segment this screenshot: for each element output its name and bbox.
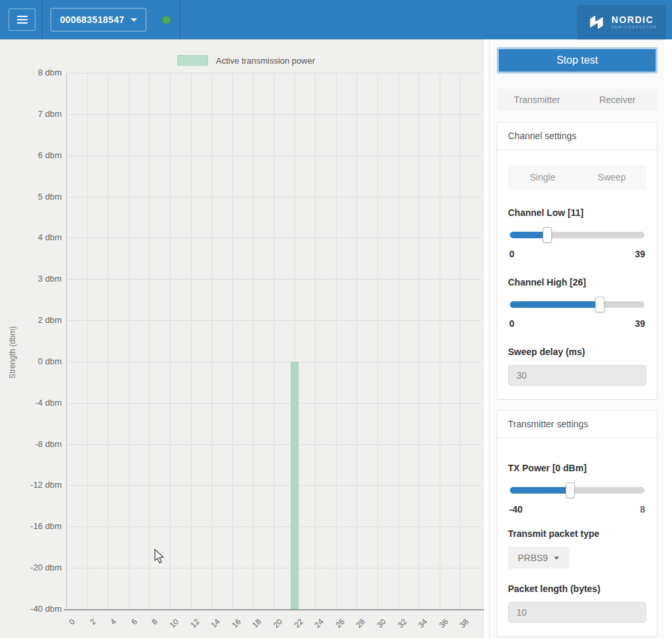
transmission-chart: Active transmission power Strength (dbm)… [0,39,484,638]
packet-length-input[interactable] [508,602,646,623]
y-tick-label: -4 dbm [0,398,62,408]
x-tick-label: 34 [406,617,429,638]
channel-high-range: 0 39 [509,318,645,329]
x-axis-labels: 02468101214161820222426283032343638 [66,612,481,638]
sidebar-outer: Stop test Transmitter Receiver Channel s… [484,39,672,638]
device-status-indicator [162,16,171,24]
gridline [336,73,337,609]
packet-type-dropdown[interactable]: PRBS9 [508,547,569,569]
gridline [419,73,419,609]
x-tick-label: 18 [240,617,263,638]
y-tick-label: -12 dbm [0,480,62,490]
channel-low-label: Channel Low [11] [508,207,646,218]
x-tick-label: 16 [220,617,243,638]
gridline [191,73,192,609]
packet-type-value: PRBS9 [518,553,548,563]
x-tick-label: 2 [75,617,98,638]
x-tick-label: 0 [54,617,77,638]
device-section: 000683518547 [43,0,180,39]
tab-sweep[interactable]: Sweep [578,165,647,189]
x-tick-label: 28 [344,617,367,638]
channel-low-slider[interactable] [510,226,644,244]
sweep-delay-label: Sweep delay (ms) [508,347,646,357]
slider-thumb[interactable] [566,482,575,498]
slider-fill [510,232,547,238]
slider-thumb[interactable] [595,297,604,312]
nordic-logo: NORDIC SEMICONDUCTOR [578,5,665,39]
slider-fill [510,487,570,494]
range-max: 39 [635,318,645,329]
gridline [253,73,253,609]
app-header: 000683518547 NORDIC SEMICONDUCTOR [0,0,672,39]
packet-length-label: Packet length (bytes) [508,584,646,594]
channel-mode-tabs: Single Sweep [508,165,646,189]
mode-tabs: Transmitter Receiver [497,89,658,111]
x-tick-label: 38 [448,617,471,638]
gridline [274,73,274,609]
y-tick-label: 8 dbm [0,68,62,77]
channel-settings-title: Channel settings [497,123,657,150]
range-max: 39 [635,249,645,259]
packet-type-label: Transmit packet type [508,528,646,539]
menu-section [0,0,43,39]
stop-test-button[interactable]: Stop test [497,47,658,74]
x-tick-label: 24 [303,617,326,638]
gridline [440,73,440,609]
device-id: 000683518547 [60,14,124,25]
plot-area [66,73,481,609]
y-tick-label: 6 dbm [0,150,62,160]
range-min: 0 [509,249,514,259]
y-tick-label: -16 dbm [0,521,62,531]
x-tick-label: 6 [116,617,139,638]
tx-power-label: TX Power [0 dBm] [508,463,646,473]
x-tick-label: 8 [136,617,159,638]
gridline [129,73,129,609]
x-tick-label: 10 [158,617,180,638]
control-sidebar: Stop test Transmitter Receiver Channel s… [489,39,664,638]
y-tick-label: 4 dbm [0,232,62,242]
channel-high-label: Channel High [26] [508,277,646,287]
gridline [211,73,212,609]
x-tick-label: 26 [324,617,346,638]
slider-fill [510,301,600,308]
gridline [149,73,150,609]
x-tick-label: 12 [178,617,201,638]
legend-label: Active transmission power [216,56,315,66]
y-tick-label: -20 dbm [0,563,62,572]
gridline [108,73,108,609]
chevron-down-icon [131,18,137,22]
y-tick-label: 7 dbm [0,109,62,119]
x-tick-label: 4 [95,617,118,638]
x-tick-label: 14 [199,617,222,638]
brand-subtitle: SEMICONDUCTOR [612,26,657,29]
gridline [356,73,357,609]
gridline [460,73,461,609]
tab-transmitter[interactable]: Transmitter [497,89,578,111]
channel-high-slider[interactable] [510,296,644,313]
gridline [232,73,233,609]
tab-receiver[interactable]: Receiver [578,89,658,111]
sweep-delay-input[interactable] [508,365,646,386]
chevron-down-icon [554,557,559,560]
device-selector[interactable]: 000683518547 [51,8,146,32]
x-tick-label: 36 [427,617,450,638]
tx-power-range: -40 8 [509,504,645,515]
brand-name: NORDIC [612,15,657,24]
y-axis-labels: 8 dbm7 dbm6 dbm5 dbm4 dbm3 dbm2 dbm0 dbm… [0,73,62,609]
x-axis-line [64,609,484,610]
gridline [398,73,399,609]
slider-thumb[interactable] [543,227,552,243]
y-axis-line [66,73,67,609]
transmitter-settings-title: Transmitter settings [497,411,657,438]
gridline [315,73,316,609]
legend-swatch [177,55,208,66]
y-tick-label: 0 dbm [0,356,62,366]
menu-icon[interactable] [9,9,35,31]
tx-power-slider[interactable] [510,482,644,499]
range-min: 0 [509,318,514,329]
tab-single[interactable]: Single [508,165,578,189]
range-max: 8 [640,504,645,515]
gridline [87,73,88,609]
gridline [170,73,171,609]
y-tick-label: 5 dbm [0,192,62,202]
